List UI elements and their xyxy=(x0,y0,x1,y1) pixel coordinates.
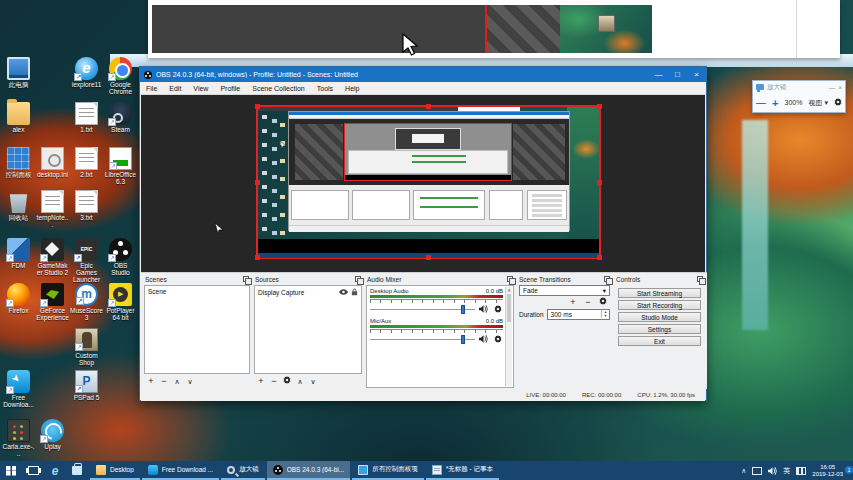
zoom-out-button[interactable]: — xyxy=(756,97,766,108)
desktop-icon-epic-games-launcher[interactable]: Epic Games Launcher xyxy=(70,238,103,283)
display-tray-icon[interactable] xyxy=(752,467,762,475)
source-down-button[interactable]: ∨ xyxy=(308,376,318,387)
canvas-handle-n[interactable] xyxy=(426,104,431,109)
scenes-list[interactable]: Scene xyxy=(144,285,250,374)
visibility-eye-icon[interactable] xyxy=(339,289,348,296)
taskbar-button-notepad[interactable]: *无标题 - 记事本 xyxy=(426,461,499,480)
background-window[interactable] xyxy=(148,0,840,58)
menu-help[interactable]: Help xyxy=(339,82,365,95)
speaker-icon[interactable] xyxy=(478,304,489,314)
desktop-icon--[interactable]: 控制面板 xyxy=(2,147,35,178)
menu-scene-collection[interactable]: Scene Collection xyxy=(246,82,311,95)
desktop-icon--[interactable]: 此电脑 xyxy=(2,57,35,88)
remove-scene-button[interactable]: − xyxy=(159,376,169,387)
float-panel-icon[interactable] xyxy=(697,276,703,282)
desktop-icon-musescore-3[interactable]: MuseScore 3 xyxy=(70,283,103,321)
canvas-handle-se[interactable] xyxy=(597,255,602,260)
gear-icon[interactable] xyxy=(834,98,842,107)
ime-language-indicator[interactable]: 英 xyxy=(783,466,790,476)
source-up-button[interactable]: ∧ xyxy=(295,376,305,387)
magnifier-minimize-button[interactable]: — xyxy=(829,84,836,91)
taskbar-button-cpanel[interactable]: 所有控制面板项 xyxy=(352,461,424,480)
taskbar-button-freedl[interactable]: Free Download ... xyxy=(142,461,219,480)
lock-icon[interactable] xyxy=(351,288,358,297)
menu-file[interactable]: File xyxy=(140,82,163,95)
taskbar-clock[interactable]: 16:05 2019-12-03 xyxy=(812,464,843,478)
menu-tools[interactable]: Tools xyxy=(311,82,339,95)
desktop-icon-iexplore11[interactable]: iexplore11 xyxy=(70,57,103,88)
desktop-icon-gamemaker-studio-2[interactable]: GameMaker Studio 2 xyxy=(36,238,69,276)
speaker-icon[interactable] xyxy=(478,334,489,344)
desktop-icon-3-txt[interactable]: 3.txt xyxy=(70,190,103,221)
edge-button[interactable]: e xyxy=(44,461,66,480)
store-button[interactable] xyxy=(66,461,88,480)
float-panel-icon[interactable] xyxy=(507,276,513,282)
desktop-icon-custom-shop[interactable]: Custom Shop xyxy=(70,328,103,366)
desktop-icon-potplayer-64-bit[interactable]: PotPlayer 64 bit xyxy=(104,283,137,321)
task-view-button[interactable] xyxy=(22,461,44,480)
maximize-button[interactable]: □ xyxy=(668,67,687,82)
scene-down-button[interactable]: ∨ xyxy=(185,376,195,387)
scene-list-item[interactable]: Scene xyxy=(145,286,249,297)
minimize-button[interactable]: — xyxy=(649,67,668,82)
volume-slider[interactable] xyxy=(370,309,475,310)
sources-list[interactable]: Display Capture xyxy=(254,285,362,374)
taskbar-button-folder[interactable]: Desktop xyxy=(90,461,140,480)
magnifier-titlebar[interactable]: 放大镜 — × xyxy=(753,81,845,93)
menu-profile[interactable]: Profile xyxy=(214,82,246,95)
desktop-icon-obs-studio[interactable]: OBS Studio xyxy=(104,238,137,276)
start-streaming-button[interactable]: Start Streaming xyxy=(618,288,701,298)
add-scene-button[interactable]: + xyxy=(146,376,156,387)
desktop-icon-fdm[interactable]: FDM xyxy=(2,238,35,269)
transition-select[interactable]: Fade ▾ xyxy=(519,285,610,296)
desktop-icon-tempnote-[interactable]: tempNote... xyxy=(36,190,69,228)
desktop-icon-google-chrome[interactable]: Google Chrome xyxy=(104,57,137,95)
desktop-icon-1-txt[interactable]: 1.txt xyxy=(70,102,103,133)
magnifier-view-dropdown[interactable]: 视图 ▾ xyxy=(808,98,828,108)
exit-button[interactable]: Exit xyxy=(618,336,701,346)
menu-view[interactable]: View xyxy=(187,82,214,95)
start-recording-button[interactable]: Start Recording xyxy=(618,300,701,310)
desktop-icon-geforce-experience[interactable]: GeForce Experience xyxy=(36,283,69,321)
obs-canvas-display-capture[interactable] xyxy=(256,105,601,259)
taskbar-button-magnifier[interactable]: 放大镜 xyxy=(221,461,265,480)
desktop-icon-firefox[interactable]: Firefox xyxy=(2,283,35,314)
tray-expand-button[interactable]: ∧ xyxy=(741,467,746,475)
volume-slider[interactable] xyxy=(370,339,475,340)
remove-transition-button[interactable]: − xyxy=(583,297,593,308)
float-panel-icon[interactable] xyxy=(243,276,249,282)
scene-up-button[interactable]: ∧ xyxy=(172,376,182,387)
settings-button[interactable]: Settings xyxy=(618,324,701,334)
desktop-icon-libreoffice-6-3[interactable]: LibreOffice 6.3 xyxy=(104,147,137,185)
zoom-in-button[interactable]: + xyxy=(772,97,778,109)
close-button[interactable]: × xyxy=(687,67,706,82)
taskbar-button-obs[interactable]: OBS 24.0.3 (64-bi... xyxy=(267,461,350,480)
source-list-item[interactable]: Display Capture xyxy=(255,286,361,299)
desktop-icon-alex[interactable]: alex xyxy=(2,102,35,133)
desktop-icon--[interactable]: 回收站 xyxy=(2,190,35,221)
canvas-handle-ne[interactable] xyxy=(597,104,602,109)
remove-source-button[interactable]: − xyxy=(269,376,279,387)
canvas-handle-w[interactable] xyxy=(255,180,260,185)
source-properties-button[interactable] xyxy=(282,376,292,387)
canvas-handle-s[interactable] xyxy=(426,255,431,260)
menu-edit[interactable]: Edit xyxy=(163,82,187,95)
start-button[interactable] xyxy=(0,461,22,480)
spinner-arrows-icon[interactable]: ▲▼ xyxy=(601,310,609,318)
add-transition-button[interactable]: + xyxy=(568,297,578,308)
desktop-icon-2-txt[interactable]: 2.txt xyxy=(70,147,103,178)
scroll-up-icon[interactable]: ∧ xyxy=(507,287,511,293)
keyboard-tray-icon[interactable] xyxy=(796,467,806,475)
desktop-icon-carla-exe-[interactable]: Carla.exe-... xyxy=(2,419,35,457)
gear-icon[interactable] xyxy=(492,334,503,344)
gear-icon[interactable] xyxy=(492,304,503,314)
canvas-handle-nw[interactable] xyxy=(255,104,260,109)
magnifier-close-button[interactable]: × xyxy=(838,84,842,91)
volume-slider-handle[interactable] xyxy=(461,305,465,314)
transition-properties-button[interactable] xyxy=(598,297,608,308)
desktop-icon-uplay[interactable]: Uplay xyxy=(36,419,69,450)
desktop-icon-free-downloa-[interactable]: Free Downloa... xyxy=(2,370,35,408)
float-panel-icon[interactable] xyxy=(355,276,361,282)
canvas-handle-sw[interactable] xyxy=(255,255,260,260)
scrollbar-thumb[interactable] xyxy=(507,294,511,322)
